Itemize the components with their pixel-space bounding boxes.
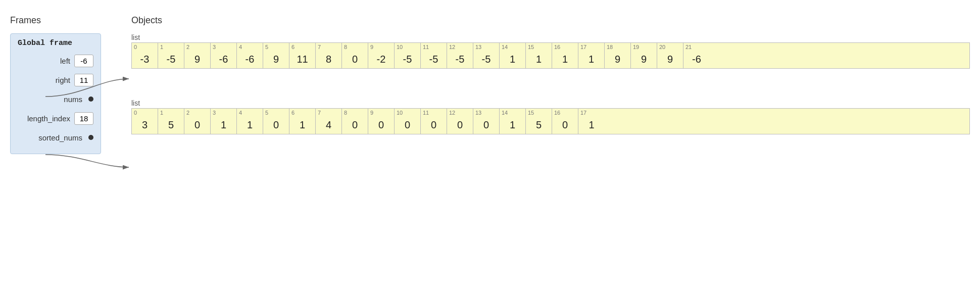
list-cell: 10-5 — [395, 43, 421, 68]
lists-col: list 0-31-5293-64-65961178809-210-511-51… — [131, 33, 970, 271]
cell-index: 0 — [132, 109, 139, 117]
frame-row-right: right 11 — [18, 72, 93, 88]
cell-index: 3 — [211, 109, 218, 117]
cell-value: 0 — [427, 117, 440, 134]
cell-value: 11 — [292, 52, 312, 68]
cell-value: 9 — [190, 52, 204, 68]
cell-value: 9 — [611, 52, 624, 68]
frame-label-left: left — [18, 57, 70, 65]
list-cell: 59 — [263, 43, 289, 68]
cell-index: 11 — [421, 109, 431, 117]
cell-value: -5 — [399, 52, 416, 68]
cell-value: 0 — [479, 117, 493, 134]
list-cell: 0-3 — [132, 43, 158, 68]
cell-index: 8 — [342, 43, 349, 52]
list-cell: 4-6 — [237, 43, 263, 68]
cell-value: 9 — [269, 52, 283, 68]
cell-value: 9 — [663, 52, 677, 68]
cell-index: 1 — [158, 43, 165, 52]
cell-value: 0 — [190, 117, 204, 134]
list-cell: 15 — [158, 109, 184, 134]
cell-value: 0 — [453, 117, 467, 134]
cell-index: 4 — [237, 109, 244, 117]
cell-index: 8 — [342, 109, 349, 117]
cell-value: -5 — [452, 52, 469, 68]
cell-index: 13 — [473, 43, 483, 52]
cell-value: 1 — [243, 117, 257, 134]
list-cell: 13-5 — [473, 43, 500, 68]
cell-value: -3 — [136, 52, 154, 68]
cell-value: 1 — [532, 52, 546, 68]
cell-index: 13 — [473, 109, 483, 117]
cell-index: 16 — [552, 43, 562, 52]
main-container: Frames Global frame left -6 right 11 num… — [0, 0, 980, 286]
list-cell: 189 — [605, 43, 631, 68]
cell-value: 1 — [584, 52, 598, 68]
list-cell: 3-6 — [211, 43, 237, 68]
list-cell: 21-6 — [683, 43, 710, 68]
cell-index: 12 — [447, 109, 457, 117]
cell-index: 7 — [316, 109, 323, 117]
frame-dot-nums — [88, 97, 93, 102]
list-cell: 90 — [368, 109, 395, 134]
cell-value: 4 — [322, 117, 335, 134]
frame-value-left: -6 — [74, 55, 93, 67]
list2-label: list — [131, 99, 970, 107]
list-cell: 74 — [316, 109, 342, 134]
cell-value: 0 — [558, 117, 572, 134]
cell-value: -5 — [478, 52, 495, 68]
cell-value: -5 — [425, 52, 443, 68]
cell-index: 15 — [526, 43, 536, 52]
frame-label-nums: nums — [18, 95, 82, 104]
frames-section: Frames Global frame left -6 right 11 num… — [10, 15, 111, 271]
list-cell: 161 — [552, 43, 578, 68]
list-cell: 171 — [578, 43, 605, 68]
cell-index: 3 — [211, 43, 218, 52]
list-cell: 1-5 — [158, 43, 184, 68]
cell-index: 7 — [316, 43, 323, 52]
list2-container: list 03152031415061748090100110120130141… — [131, 99, 970, 134]
cell-value: 0 — [348, 52, 362, 68]
cell-index: 4 — [237, 43, 244, 52]
cell-value: -2 — [373, 52, 390, 68]
list-cell: 151 — [526, 43, 552, 68]
cell-value: -6 — [688, 52, 705, 68]
frame-label-right: right — [18, 76, 70, 84]
list-cell: 31 — [211, 109, 237, 134]
frame-row-nums: nums — [18, 91, 93, 107]
cell-index: 18 — [605, 43, 615, 52]
cell-value: 0 — [374, 117, 388, 134]
cell-index: 10 — [395, 109, 405, 117]
cell-index: 5 — [263, 109, 270, 117]
frame-title: Global frame — [18, 39, 93, 47]
list-cell: 41 — [237, 109, 263, 134]
list2-cells: 0315203141506174809010011012013014115516… — [131, 108, 970, 134]
frame-dot-sorted-nums — [88, 135, 93, 140]
cell-index: 1 — [158, 109, 165, 117]
cell-value: 0 — [348, 117, 362, 134]
cell-index: 16 — [552, 109, 562, 117]
cell-value: 9 — [637, 52, 651, 68]
list-cell: 209 — [657, 43, 683, 68]
cell-index: 9 — [368, 43, 375, 52]
list-cell: 50 — [263, 109, 289, 134]
cell-index: 6 — [289, 43, 297, 52]
cell-index: 17 — [578, 43, 589, 52]
list-cell: 80 — [342, 43, 368, 68]
cell-value: 5 — [164, 117, 178, 134]
cell-value: -6 — [241, 52, 259, 68]
cell-value: 0 — [269, 117, 283, 134]
cell-value: 1 — [296, 117, 309, 134]
cell-index: 21 — [683, 43, 694, 52]
cell-value: 1 — [506, 52, 519, 68]
list-cell: 120 — [447, 109, 473, 134]
list-cell: 155 — [526, 109, 552, 134]
cell-index: 0 — [132, 43, 139, 52]
list-cell: 61 — [289, 109, 316, 134]
frame-box: Global frame left -6 right 11 nums lengt… — [10, 33, 101, 154]
list-cell: 160 — [552, 109, 578, 134]
cell-value: 3 — [138, 117, 152, 134]
list-cell: 78 — [316, 43, 342, 68]
cell-value: 5 — [532, 117, 546, 134]
content-area: list 0-31-5293-64-65961178809-210-511-51… — [131, 33, 970, 271]
